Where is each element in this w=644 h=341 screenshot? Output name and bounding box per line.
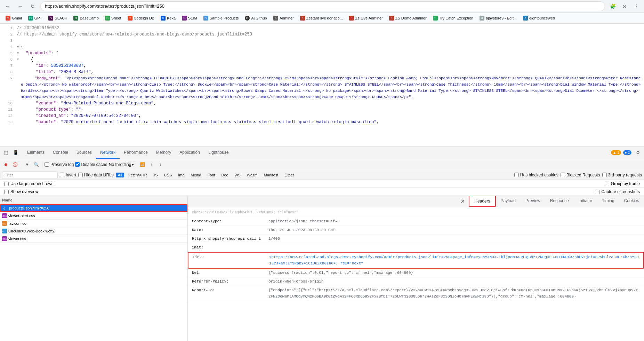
details-content[interactable]: cbezXZpY2UiLCJkaXJlY3Rpb24iOiJuZXh0In0>;…: [188, 207, 644, 341]
details-tab-payload[interactable]: Payload: [496, 196, 521, 207]
disable-cache-checkbox[interactable]: [75, 162, 80, 167]
tab-application[interactable]: Application: [175, 146, 204, 159]
request-row-products-json[interactable]: {} products.json?limit=250: [0, 204, 187, 212]
name-column-header: Name: [0, 198, 83, 202]
request-row-viewer-alert-css[interactable]: CSS viewer-alert.css: [0, 212, 187, 220]
disable-cache-label[interactable]: Disable cache: [75, 162, 107, 167]
preserve-log-checkbox[interactable]: [45, 162, 49, 167]
filter-type-font[interactable]: Font: [206, 173, 217, 177]
bookmark-sample-products[interactable]: S Sample Products: [201, 15, 242, 22]
details-close-button[interactable]: ✕: [459, 198, 466, 205]
filter-type-doc[interactable]: Doc: [219, 173, 231, 177]
bookmark-try-catch[interactable]: T Try Catch Exception: [430, 15, 476, 22]
menu-icon[interactable]: ⋮: [631, 1, 641, 11]
inspect-element-button[interactable]: ⬚: [1, 148, 10, 157]
bookmark-gpt[interactable]: G GPT: [25, 15, 45, 22]
address-bar[interactable]: [40, 1, 605, 11]
bookmark-zestard[interactable]: Z Zestard live donatio...: [297, 15, 346, 22]
bookmark-slim[interactable]: S SLIM: [179, 15, 200, 22]
extensions-icon[interactable]: 🧩: [608, 1, 618, 11]
css-file-icon-2: CSS: [2, 236, 7, 241]
capture-screenshots-checkbox[interactable]: [595, 190, 599, 194]
clear-button[interactable]: 🚫: [11, 161, 19, 168]
tab-network[interactable]: Network: [96, 146, 120, 159]
details-tab-timing[interactable]: Timing: [597, 196, 619, 207]
details-tab-headers[interactable]: Headers: [469, 196, 496, 207]
blocked-requests-checkbox[interactable]: [561, 173, 565, 177]
profile-icon[interactable]: ⊙: [620, 1, 629, 11]
tab-lighthouse[interactable]: Lighthouse: [204, 146, 233, 159]
device-toggle-button[interactable]: 📱: [11, 148, 20, 157]
bookmark-zs-demo[interactable]: Z ZS Demo Adminer: [386, 15, 429, 22]
json-viewer[interactable]: 1 // 20230629150932 2 // https://admin.s…: [0, 24, 644, 146]
bookmark-slack[interactable]: S SLACK: [46, 15, 70, 22]
hide-data-urls-label[interactable]: Hide data URLs: [78, 173, 114, 177]
request-row-viewer-css[interactable]: CSS viewer.css: [0, 235, 187, 243]
large-rows-checkbox[interactable]: [4, 182, 9, 186]
bookmark-codeign[interactable]: C Codeign DB: [125, 15, 157, 22]
request-row-favicon[interactable]: ICO favicon.ico: [0, 220, 187, 227]
json-line-7: 7 ▾ "id": 5350151848087,: [0, 63, 644, 69]
tab-sources[interactable]: Sources: [72, 146, 96, 159]
bookmark-gmail[interactable]: M Gmail: [3, 15, 25, 22]
filter-input[interactable]: [2, 171, 58, 179]
bookmark-eightounce[interactable]: e eightounceweb: [520, 15, 558, 22]
export-har-button[interactable]: ↑: [147, 161, 155, 168]
filter-type-media[interactable]: Media: [189, 173, 203, 177]
invert-checkbox[interactable]: [60, 173, 64, 177]
filter-type-manifest[interactable]: Manifest: [262, 173, 281, 177]
bookmark-basecamp[interactable]: B BaseCamp: [71, 15, 101, 22]
forward-button[interactable]: →: [15, 1, 25, 11]
tab-memory[interactable]: Memory: [152, 146, 175, 159]
expand-arrow-6[interactable]: ▾: [17, 56, 21, 63]
has-blocked-cookies-checkbox[interactable]: [514, 173, 519, 177]
filter-type-all[interactable]: All: [116, 173, 124, 177]
request-row-circular-font[interactable]: F CircularXXWeb-Book.woff2: [0, 227, 187, 235]
group-by-frame-checkbox[interactable]: [605, 182, 609, 186]
filter-type-wasm[interactable]: Wasm: [245, 173, 260, 177]
filter-button[interactable]: ▼: [23, 161, 31, 168]
details-tab-response[interactable]: Response: [545, 196, 574, 207]
filter-type-ws[interactable]: WS: [232, 173, 243, 177]
request-rows[interactable]: {} products.json?limit=250 CSS viewer-al…: [0, 204, 187, 341]
details-tab-preview[interactable]: Preview: [521, 196, 545, 207]
large-rows-option[interactable]: Use large request rows: [4, 181, 53, 186]
has-blocked-cookies-label[interactable]: Has blocked cookies: [514, 173, 558, 177]
record-button[interactable]: ⏺: [2, 161, 10, 168]
tab-elements[interactable]: Elements: [23, 146, 49, 159]
import-har-button[interactable]: ↓: [156, 161, 164, 168]
expand-arrow-4[interactable]: ▾: [17, 44, 21, 50]
bookmark-adminer[interactable]: A Adminer: [271, 15, 297, 22]
bookmark-sheet[interactable]: S Sheet: [102, 15, 124, 22]
filter-type-img[interactable]: Img: [176, 173, 186, 177]
expand-arrow-5[interactable]: ▾: [17, 50, 21, 56]
details-tab-initiator[interactable]: Initiator: [574, 196, 597, 207]
bookmark-zs-live[interactable]: Z Zs Live Adminer: [346, 15, 386, 22]
filter-type-other[interactable]: Other: [282, 173, 296, 177]
capture-screenshots-option[interactable]: Capture screenshots: [595, 189, 640, 194]
bookmark-keka[interactable]: K Keka: [158, 15, 178, 22]
tab-performance[interactable]: Performance: [120, 146, 152, 159]
filter-type-css[interactable]: CSS: [162, 173, 174, 177]
show-overview-checkbox[interactable]: [4, 190, 9, 194]
show-overview-option[interactable]: Show overview: [4, 189, 39, 194]
throttle-selector[interactable]: No throttling ▾: [109, 162, 134, 167]
blocked-requests-label[interactable]: Blocked Requests: [561, 173, 600, 177]
hide-data-urls-checkbox[interactable]: [78, 173, 83, 177]
filter-type-js[interactable]: JS: [151, 173, 160, 177]
bookmark-ajaystore[interactable]: a ajaystore9 - Edit...: [477, 15, 520, 22]
group-by-frame-option[interactable]: Group by frame: [605, 181, 640, 186]
preserve-log-label[interactable]: Preserve log: [45, 162, 74, 167]
third-party-requests-checkbox[interactable]: [602, 173, 607, 177]
search-button[interactable]: 🔍: [32, 161, 40, 168]
network-conditions-button[interactable]: 📶: [138, 161, 146, 168]
settings-button[interactable]: ⚙: [634, 148, 643, 157]
details-tab-cookies[interactable]: Cookies: [619, 196, 644, 207]
tab-console[interactable]: Console: [49, 146, 72, 159]
filter-type-fetch-xhr[interactable]: Fetch/XHR: [126, 173, 149, 177]
bookmark-aj-github[interactable]: ⊙ Aj Github: [242, 15, 269, 22]
third-party-requests-label[interactable]: 3rd-party requests: [602, 173, 642, 177]
invert-label[interactable]: Invert: [60, 173, 76, 177]
back-button[interactable]: ←: [3, 1, 13, 11]
reload-button[interactable]: ↻: [28, 1, 38, 11]
